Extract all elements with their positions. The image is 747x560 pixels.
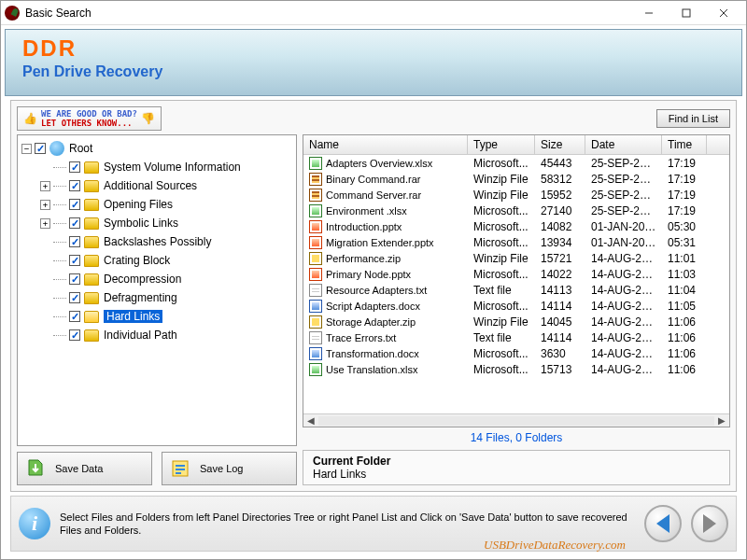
col-date[interactable]: Date <box>585 135 662 154</box>
list-item[interactable]: Storage Adapter.zipWinzip File1404514-AU… <box>303 314 729 329</box>
save-data-button[interactable]: Save Data <box>17 452 152 485</box>
tree-item[interactable]: +Decompression <box>20 270 294 288</box>
col-type[interactable]: Type <box>468 135 535 154</box>
tree-root-label[interactable]: Root <box>69 142 92 155</box>
list-item[interactable]: Migration Extender.pptxMicrosoft...13934… <box>303 234 729 250</box>
file-name: Trace Errors.txt <box>326 332 396 343</box>
list-item[interactable]: Performance.zipWinzip File1572114-AUG-20… <box>303 250 729 266</box>
tree-item[interactable]: +Backslashes Possibly <box>20 232 294 251</box>
expander-icon[interactable]: + <box>40 200 50 210</box>
col-name[interactable]: Name <box>303 135 468 154</box>
expander-icon[interactable]: − <box>21 144 32 154</box>
expander-icon[interactable]: + <box>40 218 50 229</box>
expander-icon[interactable]: + <box>40 181 50 191</box>
list-item[interactable]: Transformation.docxMicrosoft...363014-AU… <box>303 345 729 361</box>
info-icon: i <box>19 508 50 539</box>
file-date: 14-AUG-2023 <box>585 347 662 360</box>
directory-tree[interactable]: − Root +System Volume Information+Additi… <box>17 134 297 446</box>
tree-item[interactable]: +Additional Sources <box>20 176 294 195</box>
scroll-left-icon[interactable]: ◀ <box>303 415 318 426</box>
checkbox[interactable] <box>69 273 80 285</box>
col-size[interactable]: Size <box>535 135 585 154</box>
file-name: Command Server.rar <box>326 189 421 201</box>
list-item[interactable]: Trace Errors.txtText file1411414-AUG-202… <box>303 329 729 345</box>
close-button[interactable] <box>705 2 742 24</box>
checkbox[interactable] <box>69 292 80 303</box>
file-date: 14-AUG-2023 <box>585 331 662 344</box>
folder-icon <box>84 161 99 174</box>
tree-item[interactable]: +Individual Path <box>20 326 294 344</box>
save-log-button[interactable]: Save Log <box>162 452 297 485</box>
tree-item[interactable]: +System Volume Information <box>20 158 294 176</box>
file-date: 14-AUG-2023 <box>585 300 662 313</box>
file-time: 11:03 <box>662 268 707 281</box>
tree-item[interactable]: +Symbolic Links <box>20 214 294 232</box>
footer-url: USBDriveDataRecovery.com <box>484 538 626 553</box>
col-time[interactable]: Time <box>662 135 707 154</box>
tree-item-label: Hard Links <box>104 310 162 323</box>
file-type: Winzip File <box>468 252 535 265</box>
find-in-list-button[interactable]: Find in List <box>656 109 730 128</box>
list-item[interactable]: Resource Adapters.txtText file1411314-AU… <box>303 282 729 298</box>
file-size: 15952 <box>535 189 585 202</box>
tree-item-label: Opening Files <box>104 198 173 211</box>
file-name: Primary Node.pptx <box>326 269 411 280</box>
checkbox[interactable] <box>69 311 80 322</box>
footer-message: Select Files and Folders from left Panel… <box>60 511 635 538</box>
checkbox[interactable] <box>35 143 46 154</box>
file-name: Transformation.docx <box>326 348 419 359</box>
file-date: 25-SEP-2023 <box>585 204 662 217</box>
nav-back-button[interactable] <box>644 505 682 542</box>
titlebar: Basic Search <box>1 1 746 25</box>
checkbox[interactable] <box>69 199 80 210</box>
list-item[interactable]: Binary Command.rarWinzip File5831225-SEP… <box>303 171 729 187</box>
tree-item[interactable]: +Defragmenting <box>20 288 294 307</box>
list-item[interactable]: Script Adapters.docxMicrosoft...1411414-… <box>303 298 729 314</box>
list-item[interactable]: Use Translation.xlsxMicrosoft...1571314-… <box>303 361 729 377</box>
file-name: Migration Extender.pptx <box>326 237 434 248</box>
checkbox[interactable] <box>69 329 80 341</box>
file-time: 11:04 <box>662 284 707 297</box>
save-log-label: Save Log <box>200 463 243 474</box>
tree-item-label: Defragmenting <box>104 291 177 304</box>
feedback-line2: LET OTHERS KNOW... <box>41 119 137 128</box>
status-text: 14 Files, 0 Folders <box>303 431 730 446</box>
file-type: Winzip File <box>468 189 535 202</box>
thumbs-up-icon: 👍 <box>23 112 37 125</box>
minimize-button[interactable] <box>630 2 668 24</box>
tree-item[interactable]: +Crating Block <box>20 251 294 270</box>
svg-rect-1 <box>683 9 690 17</box>
maximize-button[interactable] <box>668 2 705 24</box>
nav-forward-button[interactable] <box>691 505 728 542</box>
file-time: 17:19 <box>662 204 707 217</box>
feedback-button[interactable]: 👍 WE ARE GOOD OR BAD? LET OTHERS KNOW...… <box>17 106 162 131</box>
file-size: 14045 <box>535 315 585 329</box>
file-size: 14113 <box>535 284 585 297</box>
tree-item-label: System Volume Information <box>104 161 241 174</box>
checkbox[interactable] <box>69 217 80 229</box>
list-item[interactable]: Introduction.pptxMicrosoft...1408201-JAN… <box>303 218 729 234</box>
file-name: Environment .xlsx <box>326 205 407 217</box>
list-item[interactable]: Adapters Overview.xlsxMicrosoft...454432… <box>303 155 729 171</box>
checkbox[interactable] <box>69 236 80 247</box>
file-icon <box>309 331 322 344</box>
root-icon <box>49 141 64 156</box>
file-date: 14-AUG-2023 <box>585 363 662 376</box>
checkbox[interactable] <box>69 161 80 173</box>
horizontal-scrollbar[interactable]: ◀ ▶ <box>303 413 729 427</box>
tree-item[interactable]: +Hard Links <box>20 307 294 326</box>
checkbox[interactable] <box>69 180 80 191</box>
file-type: Microsoft... <box>468 204 535 217</box>
file-icon <box>309 204 322 217</box>
checkbox[interactable] <box>69 255 80 266</box>
list-item[interactable]: Environment .xlsxMicrosoft...2714025-SEP… <box>303 203 729 218</box>
scroll-right-icon[interactable]: ▶ <box>714 415 729 426</box>
tree-item[interactable]: +Opening Files <box>20 195 294 214</box>
file-name: Resource Adapters.txt <box>326 285 427 296</box>
file-name: Performance.zip <box>326 253 401 264</box>
list-item[interactable]: Command Server.rarWinzip File1595225-SEP… <box>303 187 729 203</box>
list-item[interactable]: Primary Node.pptxMicrosoft...1402214-AUG… <box>303 266 729 282</box>
folder-icon <box>84 273 99 286</box>
file-list[interactable]: Name Type Size Date Time Adapters Overvi… <box>303 134 730 427</box>
file-icon <box>309 236 322 249</box>
